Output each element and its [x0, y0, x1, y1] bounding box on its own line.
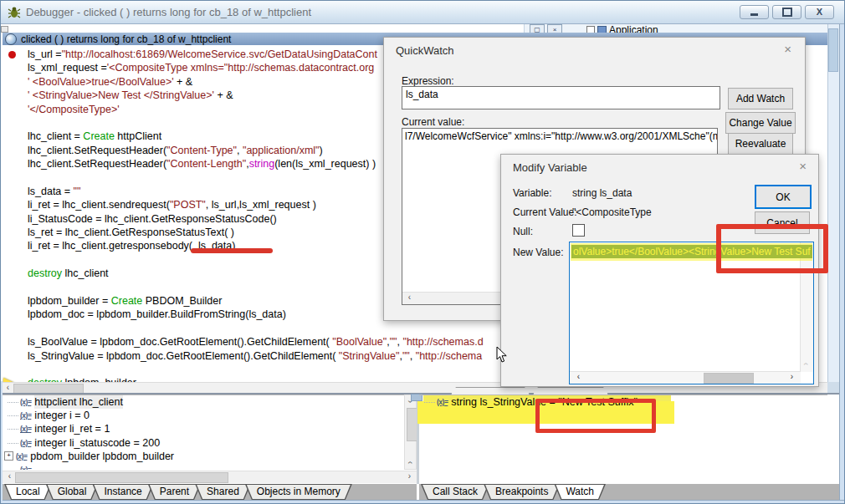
close-icon[interactable]: ×	[799, 160, 807, 172]
code-segment-normal: li_ret = lhc_client.sendrequest(	[28, 199, 170, 211]
code-segment-string: "application/xml"	[243, 145, 320, 156]
variable-icon: (x)=	[20, 436, 31, 450]
window-vertical-scrollbar[interactable]	[827, 24, 839, 382]
add-watch-button[interactable]: Add Watch	[728, 88, 793, 109]
scroll-left-icon[interactable]: ‹	[573, 372, 584, 383]
restore-icon	[782, 8, 792, 17]
variables-horizontal-scrollbar[interactable]: ‹ ›	[3, 471, 417, 483]
tab-label: Local	[16, 486, 40, 497]
tree-leader	[424, 401, 435, 403]
code-segment-normal: httpClient	[115, 130, 161, 142]
tab-label: Call Stack	[433, 486, 478, 497]
variable-icon: (x)=	[437, 395, 448, 409]
code-segment-keyword: Create	[111, 295, 143, 307]
new-value-label: New Value:	[513, 247, 563, 258]
code-segment-string: "Content-Length"	[166, 158, 246, 170]
null-checkbox[interactable]	[572, 224, 585, 237]
event-signature: clicked ( ) returns long for cb_18 of w_…	[21, 33, 231, 45]
code-segment-normal: + &	[214, 89, 233, 101]
reevaluate-button[interactable]: Reevaluate	[728, 133, 793, 155]
close-icon: X	[817, 8, 822, 17]
watch-tab-call-stack[interactable]: Call Stack	[421, 484, 489, 500]
change-value-button[interactable]: Change Value	[725, 112, 796, 134]
variable-row[interactable]: (x)=integer i = 0	[3, 409, 404, 422]
current-value-label: Current Value:	[513, 206, 576, 218]
code-segment-normal: ls_xml_request =	[28, 62, 107, 74]
code-segment-normal: , ls_url,ls_xml_request )	[206, 199, 316, 211]
tree-leader	[8, 428, 18, 430]
current-value-text: "<CompositeType	[572, 206, 652, 218]
title-bar[interactable]: Debugger - clicked ( ) returns long for …	[1, 1, 845, 24]
code-segment-normal: ls_StringValue = lpbdom_doc.GetRootEleme…	[28, 350, 339, 362]
window-title: Debugger - clicked ( ) returns long for …	[26, 6, 311, 18]
current-value-text: l7/WelcomeWcfService" xmlns:i="http://ww…	[405, 130, 718, 142]
variable-icon: (x)=	[20, 409, 31, 422]
code-segment-string: "http://schema	[416, 350, 482, 362]
variable-row[interactable]: (x)=httpclient lhc_client	[3, 395, 404, 409]
watch-tab-breakpoints[interactable]: Breakpoints	[484, 484, 560, 500]
code-segment-normal: ,	[237, 145, 243, 156]
code-segment-normal: ls_url =	[28, 48, 62, 60]
minimize-button[interactable]	[740, 5, 769, 19]
code-segment-string: '</CompositeType>'	[28, 104, 120, 115]
scroll-thumb[interactable]	[15, 472, 228, 483]
variable-row[interactable]: (x)=integer li_ret = 1	[3, 422, 404, 435]
variables-tab-global[interactable]: Global	[46, 484, 99, 500]
code-segment-string: "http://localhost:61869/WelcomeService.s…	[62, 48, 377, 60]
annotation-underline-ls-data	[191, 248, 273, 253]
code-segment-string: ' <BoolValue>true</BoolValue>'	[28, 76, 174, 88]
variables-pane[interactable]: (x)=httpclient lhc_client(x)=integer i =…	[3, 395, 404, 470]
variable-row[interactable]: (x)=	[3, 463, 404, 470]
null-label: Null:	[513, 226, 533, 237]
code-segment-string: ""	[390, 336, 397, 348]
code-segment-normal: (len(ls_xml_request) )	[274, 158, 376, 170]
code-segment-string: ""	[74, 186, 81, 197]
variables-tab-objects-in-memory[interactable]: Objects in Memory	[245, 484, 352, 500]
variables-vertical-scrollbar[interactable]: › ‹	[404, 395, 417, 470]
scroll-corner	[827, 382, 839, 393]
variable-row[interactable]: +(x)=pbdom_builder lpbdom_builder	[3, 450, 404, 463]
code-segment-normal: li_StatusCode = lhc_client.GetResponseSt…	[28, 213, 277, 225]
variables-tab-local[interactable]: Local	[4, 484, 52, 500]
expand-icon[interactable]: +	[4, 451, 13, 461]
variable-label: Variable:	[513, 187, 551, 199]
scroll-down-icon[interactable]: ‹	[801, 359, 811, 369]
scroll-left-icon[interactable]: ‹	[404, 293, 415, 303]
current-value-label: Current value:	[402, 116, 464, 128]
scroll-thumb[interactable]	[704, 373, 754, 384]
scroll-left-icon[interactable]: ‹	[4, 471, 15, 482]
window-scroll-thumb[interactable]	[828, 28, 838, 72]
close-button[interactable]: X	[805, 5, 834, 19]
tab-label: Shared	[207, 486, 239, 497]
code-segment-string: "POST"	[170, 199, 206, 211]
code-segment-normal: ls_BoolValue = lpbdom_doc.GetRootElement…	[28, 336, 332, 348]
scroll-down-icon[interactable]: ‹	[406, 457, 415, 468]
variables-tab-instance[interactable]: Instance	[92, 484, 153, 500]
scroll-right-icon[interactable]: ›	[786, 372, 797, 383]
variables-tab-parent[interactable]: Parent	[148, 484, 201, 500]
variable-icon: (x)=	[20, 422, 31, 435]
watch-tab-watch[interactable]: Watch	[554, 484, 606, 500]
annotation-box-watch-value	[535, 399, 656, 433]
tab-label: Breakpoints	[495, 486, 548, 497]
scroll-right-icon[interactable]: ›	[404, 471, 415, 482]
expression-input[interactable]: ls_data	[402, 86, 720, 109]
ok-button[interactable]: OK	[755, 185, 812, 209]
breakpoint-icon[interactable]	[8, 51, 16, 59]
code-segment-normal: + &	[174, 76, 193, 88]
code-segment-keyword: destroy	[28, 267, 62, 279]
debugger-bug-icon	[8, 6, 21, 19]
event-icon	[5, 33, 17, 45]
code-segment-normal: lhc_client	[62, 267, 109, 279]
close-icon[interactable]: ×	[784, 43, 791, 55]
variables-tab-shared[interactable]: Shared	[195, 484, 251, 500]
code-segment-normal: )	[320, 145, 323, 156]
dialog-title: QuickWatch	[396, 44, 454, 57]
restore-button[interactable]	[772, 5, 801, 19]
variable-text: httpclient lhc_client	[34, 395, 123, 409]
debugger-window: Debugger - clicked ( ) returns long for …	[0, 0, 845, 504]
code-segment-builtin: string	[249, 158, 275, 170]
code-segment-normal: lhc_client =	[28, 130, 83, 142]
variable-row[interactable]: (x)=integer li_statuscode = 200	[3, 436, 404, 450]
textarea-horizontal-scrollbar[interactable]: ‹ ›	[570, 371, 801, 384]
